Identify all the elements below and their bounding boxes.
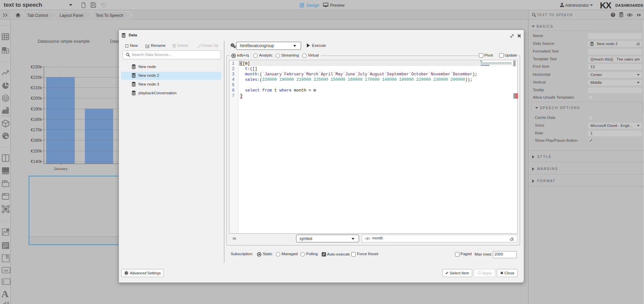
svg-text:?: ? [612,13,614,17]
svg-text:OK: OK [4,269,8,272]
